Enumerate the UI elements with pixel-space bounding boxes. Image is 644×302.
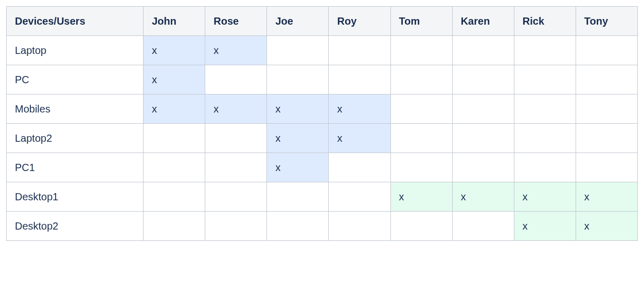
devices-users-table: Devices/Users John Rose Joe Roy Tom Kare…	[6, 6, 638, 241]
table-row: PC1x	[7, 153, 638, 182]
cell: x	[144, 65, 205, 95]
user-header: Rick	[514, 7, 576, 36]
cell	[452, 95, 514, 124]
table-body: LaptopxxPCxMobilesxxxxLaptop2xxPC1xDeskt…	[7, 36, 638, 241]
cell: x	[205, 36, 267, 65]
device-label: Desktop2	[7, 212, 144, 241]
cell: x	[329, 124, 390, 153]
cell	[390, 95, 452, 124]
cell: x	[267, 124, 329, 153]
cell	[329, 65, 390, 95]
table-row: Laptopxx	[7, 36, 638, 65]
cell	[390, 65, 452, 95]
cell	[452, 153, 514, 182]
cell	[514, 124, 576, 153]
table-row: PCx	[7, 65, 638, 95]
cell	[329, 212, 390, 241]
cell: x	[329, 95, 390, 124]
cell	[452, 212, 514, 241]
cell: x	[144, 95, 205, 124]
cell	[514, 95, 576, 124]
cell: x	[514, 182, 576, 212]
corner-header: Devices/Users	[7, 7, 144, 36]
cell	[329, 153, 390, 182]
device-label: PC	[7, 65, 144, 95]
cell: x	[576, 182, 637, 212]
cell	[452, 124, 514, 153]
table-head: Devices/Users John Rose Joe Roy Tom Kare…	[7, 7, 638, 36]
cell: x	[205, 95, 267, 124]
cell: x	[144, 36, 205, 65]
cell	[576, 124, 637, 153]
device-label: PC1	[7, 153, 144, 182]
cell	[205, 182, 267, 212]
cell	[205, 212, 267, 241]
cell	[514, 36, 576, 65]
cell	[452, 36, 514, 65]
cell	[576, 65, 637, 95]
user-header: John	[144, 7, 205, 36]
cell	[144, 153, 205, 182]
cell	[205, 153, 267, 182]
device-label: Mobiles	[7, 95, 144, 124]
cell	[576, 95, 637, 124]
cell	[267, 65, 329, 95]
cell	[514, 153, 576, 182]
user-header: Karen	[452, 7, 514, 36]
cell	[205, 124, 267, 153]
cell	[267, 212, 329, 241]
cell: x	[514, 212, 576, 241]
user-header: Roy	[329, 7, 390, 36]
user-header: Rose	[205, 7, 267, 36]
cell	[144, 212, 205, 241]
cell: x	[267, 95, 329, 124]
cell	[267, 36, 329, 65]
cell	[267, 182, 329, 212]
cell	[576, 153, 637, 182]
cell	[390, 124, 452, 153]
cell	[390, 153, 452, 182]
cell	[390, 36, 452, 65]
device-label: Laptop2	[7, 124, 144, 153]
device-label: Laptop	[7, 36, 144, 65]
table-row: Desktop1xxxx	[7, 182, 638, 212]
cell	[514, 65, 576, 95]
cell: x	[267, 153, 329, 182]
device-label: Desktop1	[7, 182, 144, 212]
cell	[576, 36, 637, 65]
header-row: Devices/Users John Rose Joe Roy Tom Kare…	[7, 7, 638, 36]
cell	[205, 65, 267, 95]
table-row: Mobilesxxxx	[7, 95, 638, 124]
user-header: Joe	[267, 7, 329, 36]
table-row: Desktop2xx	[7, 212, 638, 241]
cell	[452, 65, 514, 95]
cell	[144, 182, 205, 212]
cell	[329, 36, 390, 65]
cell	[329, 182, 390, 212]
user-header: Tom	[390, 7, 452, 36]
cell: x	[576, 212, 637, 241]
cell	[144, 124, 205, 153]
cell: x	[452, 182, 514, 212]
cell: x	[390, 182, 452, 212]
user-header: Tony	[576, 7, 637, 36]
cell	[390, 212, 452, 241]
table-row: Laptop2xx	[7, 124, 638, 153]
